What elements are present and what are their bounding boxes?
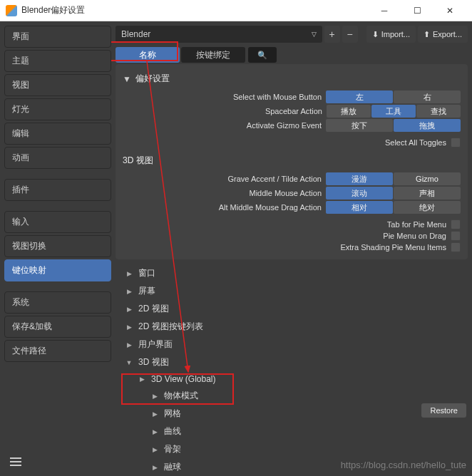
arrow-right-icon: ▶ <box>151 446 158 453</box>
tree-ui[interactable]: ▶用户界面 <box>117 336 466 353</box>
tree-armature[interactable]: ▶骨架 <box>117 440 466 458</box>
altmmb-abs[interactable]: 绝对 <box>394 201 461 214</box>
mmb-pan[interactable]: 声相 <box>394 187 461 200</box>
grave-navigate[interactable]: 漫游 <box>326 172 393 185</box>
sidebar-item-edit[interactable]: 编辑 <box>4 123 111 145</box>
gizmo-drag[interactable]: 拖拽 <box>394 119 461 132</box>
hamburger-icon <box>10 457 21 466</box>
export-label: Export... <box>433 30 462 38</box>
gizmo-label: Activate Gizmo Event <box>247 121 322 130</box>
search-icon: 🔍 <box>257 51 267 60</box>
blender-logo-icon <box>6 5 17 16</box>
chk0-label: Tab for Pie Menu <box>387 220 446 229</box>
altmmb-rel[interactable]: 相对 <box>326 201 393 214</box>
sidebar-item-saveload[interactable]: 保存&加载 <box>4 316 111 338</box>
sidebar-item-system[interactable]: 系统 <box>4 291 111 314</box>
export-button[interactable]: ⬆ Export... <box>418 26 468 43</box>
sidebar-item-anim[interactable]: 动画 <box>4 147 111 169</box>
tree-object-mode[interactable]: ▶物体模式 <box>117 387 466 405</box>
arrow-right-icon: ▶ <box>151 428 158 435</box>
selall-checkbox[interactable] <box>451 138 461 148</box>
arrow-right-icon: ▶ <box>138 376 145 383</box>
keymap-tree: ▶窗口 ▶屏幕 ▶2D 视图 ▶2D 视图按键列表 ▶用户界面 ▼3D 视图 ▶… <box>116 262 468 476</box>
restore-button[interactable]: Restore <box>421 403 466 418</box>
download-icon: ⬇ <box>372 30 379 39</box>
disclosure-down-icon: ▼ <box>123 74 131 84</box>
import-button[interactable]: ⬇ Import... <box>366 26 416 43</box>
tree-3dview-global[interactable]: ▶3D View (Global) <box>117 371 466 387</box>
preset-label: Blender <box>121 29 150 39</box>
sidebar-item-input[interactable]: 输入 <box>4 211 111 233</box>
tree-curve[interactable]: ▶曲线 <box>117 423 466 440</box>
watermark: https://blog.csdn.net/hello_tute <box>341 460 466 470</box>
mousebtn-label: Select with Mouse Button <box>233 93 322 101</box>
search-input[interactable]: 🔍 <box>248 47 277 63</box>
mmb-orbit[interactable]: 滚动 <box>326 187 393 200</box>
arrow-right-icon: ▶ <box>151 464 158 471</box>
sidebar-item-interface[interactable]: 界面 <box>4 26 111 48</box>
tree-screen[interactable]: ▶屏幕 <box>117 282 466 300</box>
minimize-button[interactable]: ─ <box>368 0 401 21</box>
arrow-down-icon: ▼ <box>125 359 133 366</box>
tree-view2d-buttons[interactable]: ▶2D 视图按键列表 <box>117 318 466 336</box>
grave-gizmo[interactable]: Gizmo <box>394 172 461 185</box>
window-titlebar: Blender偏好设置 ─ ☐ ✕ <box>0 0 472 21</box>
tree-window[interactable]: ▶窗口 <box>117 264 466 282</box>
gizmo-press[interactable]: 按下 <box>326 119 393 132</box>
import-label: Import... <box>381 30 410 38</box>
tree-3dview[interactable]: ▼3D 视图 <box>117 353 466 371</box>
sidebar-item-nav[interactable]: 视图切换 <box>4 235 111 257</box>
arrow-right-icon: ▶ <box>125 341 133 348</box>
prefs-panel: ▼ 偏好设置 Select with Mouse Button 左 右 Spac… <box>116 64 468 259</box>
prefs-header[interactable]: ▼ 偏好设置 <box>123 73 461 85</box>
app-body: 界面 主题 视图 灯光 编辑 动画 插件 输入 视图切换 键位映射 系统 保存&… <box>0 21 472 476</box>
sidebar-item-addons[interactable]: 插件 <box>4 179 111 201</box>
sidebar-item-lights[interactable]: 灯光 <box>4 98 111 120</box>
arrow-right-icon: ▶ <box>151 393 158 400</box>
view3d-header: 3D 视图 <box>123 155 461 167</box>
close-button[interactable]: ✕ <box>433 0 466 21</box>
chk1-label: Pie Menu on Drag <box>383 232 446 240</box>
grave-label: Grave Accent / Tilde Action <box>228 175 322 183</box>
remove-preset-button[interactable]: − <box>342 26 358 43</box>
chk2[interactable] <box>451 242 461 252</box>
arrow-right-icon: ▶ <box>125 306 133 313</box>
chk2-label: Extra Shading Pie Menu Items <box>340 243 446 252</box>
chevron-down-icon: ▽ <box>312 31 317 38</box>
selall-label: Select All Toggles <box>385 138 446 147</box>
add-preset-button[interactable]: + <box>324 26 340 43</box>
mousebtn-right[interactable]: 右 <box>394 90 461 103</box>
sidebar-item-view[interactable]: 视图 <box>4 74 111 96</box>
spacebar-tool[interactable]: 工具 <box>371 105 416 118</box>
main-panel: Blender ▽ + − ⬇ Import... ⬆ Export... 名称… <box>111 21 472 476</box>
sidebar: 界面 主题 视图 灯光 编辑 动画 插件 输入 视图切换 键位映射 系统 保存&… <box>0 21 111 476</box>
keymap-preset-dropdown[interactable]: Blender ▽ <box>116 26 322 43</box>
arrow-right-icon: ▶ <box>125 270 133 277</box>
chk0[interactable] <box>451 219 461 229</box>
tab-name[interactable]: 名称 <box>116 47 180 63</box>
filter-tabs: 名称 按键绑定 🔍 <box>116 47 468 63</box>
mousebtn-left[interactable]: 左 <box>326 90 393 103</box>
tab-keybind[interactable]: 按键绑定 <box>181 47 245 63</box>
spacebar-play[interactable]: 播放 <box>327 105 371 118</box>
arrow-right-icon: ▶ <box>125 324 133 331</box>
spacebar-search[interactable]: 查找 <box>416 105 461 118</box>
sidebar-item-filepaths[interactable]: 文件路径 <box>4 340 111 362</box>
spacebar-label: Spacebar Action <box>265 107 322 115</box>
topbar: Blender ▽ + − ⬇ Import... ⬆ Export... <box>116 26 468 43</box>
chk1[interactable] <box>451 231 461 241</box>
hamburger-menu-button[interactable] <box>4 452 111 472</box>
maximize-button[interactable]: ☐ <box>401 0 433 21</box>
arrow-right-icon: ▶ <box>125 288 133 295</box>
mmb-label: Middle Mouse Action <box>250 189 322 197</box>
tree-mesh[interactable]: ▶网格 <box>117 405 466 423</box>
altmmb-label: Alt Middle Mouse Drag Action <box>219 203 322 212</box>
sidebar-item-theme[interactable]: 主题 <box>4 50 111 72</box>
sidebar-item-keymap[interactable]: 键位映射 <box>4 259 111 281</box>
tree-view2d[interactable]: ▶2D 视图 <box>117 300 466 318</box>
upload-icon: ⬆ <box>424 30 430 39</box>
arrow-right-icon: ▶ <box>151 410 158 418</box>
window-title: Blender偏好设置 <box>21 4 368 16</box>
